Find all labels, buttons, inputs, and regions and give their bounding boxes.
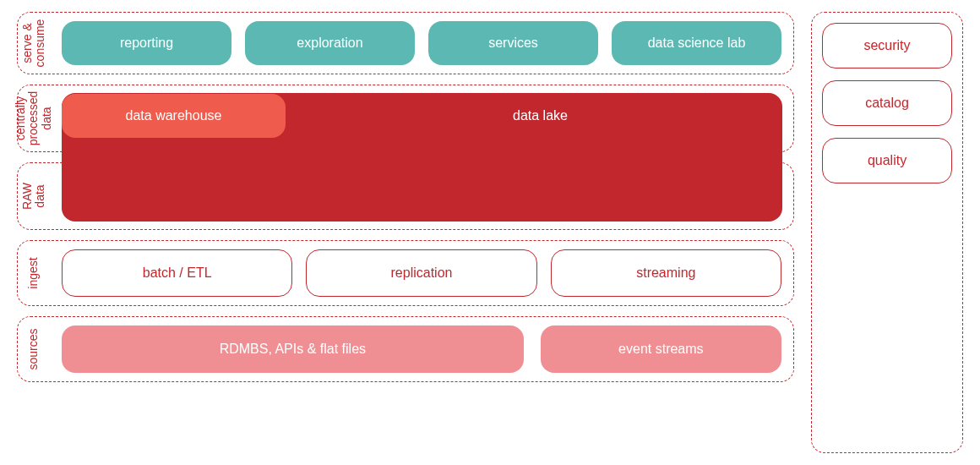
pill-exploration: exploration [245, 21, 415, 65]
pill-security: security [822, 23, 952, 68]
pill-data-science-lab: data science lab [612, 21, 781, 65]
main-column: serve & consume reporting exploration se… [17, 12, 794, 453]
lane-label-sources: sources [27, 311, 40, 387]
lane-label-serve: serve & consume [21, 5, 47, 81]
pill-reporting: reporting [62, 21, 231, 65]
lane-ingest: ingest batch / ETL replication streaming [17, 240, 794, 306]
pill-streaming: streaming [551, 249, 781, 297]
side-governance-box: security catalog quality [811, 12, 963, 453]
lane-content-ingest: batch / ETL replication streaming [62, 249, 781, 297]
pill-quality: quality [822, 138, 952, 183]
lane-content-raw [62, 172, 781, 221]
lane-content-sources: RDMBS, APIs & flat files event streams [62, 326, 781, 373]
lane-sources: sources RDMBS, APIs & flat files event s… [17, 316, 794, 382]
pill-catalog: catalog [822, 80, 952, 126]
central-raw-wrapper: centrally processed data data warehouse … [17, 85, 794, 230]
pill-data-warehouse: data warehouse [62, 94, 286, 138]
pill-event-streams: event streams [541, 326, 781, 373]
lane-label-central: centrally processed data [14, 80, 53, 156]
lane-serve-consume: serve & consume reporting exploration se… [17, 12, 794, 74]
lane-centrally-processed: centrally processed data data warehouse … [17, 85, 794, 152]
pill-services: services [428, 21, 598, 65]
lane-content-serve: reporting exploration services data scie… [62, 21, 781, 65]
lane-label-raw: RAW data [21, 158, 47, 234]
side-column: security catalog quality [811, 12, 963, 453]
lane-raw-data: RAW data [17, 162, 794, 230]
pill-batch-etl: batch / ETL [62, 249, 292, 297]
side-spacer [822, 195, 952, 442]
pill-replication: replication [306, 249, 536, 297]
pill-data-lake-label: data lake [299, 94, 781, 138]
diagram-root: serve & consume reporting exploration se… [17, 12, 963, 453]
lane-label-ingest: ingest [27, 235, 40, 311]
lane-content-central: data warehouse data lake [62, 94, 781, 143]
pill-rdbms-apis-files: RDMBS, APIs & flat files [62, 326, 524, 373]
